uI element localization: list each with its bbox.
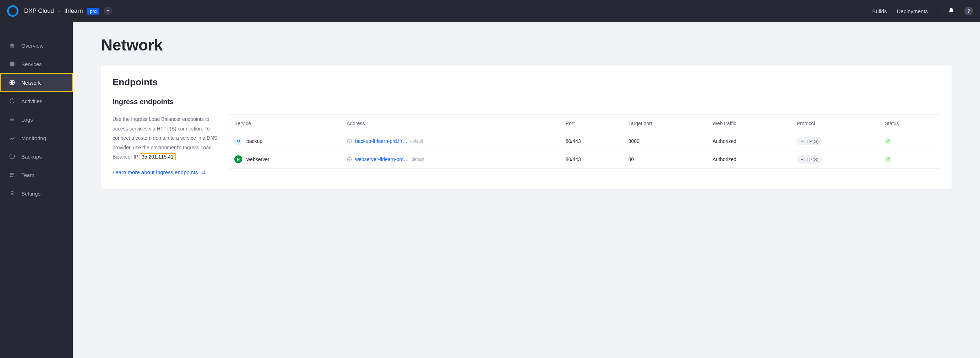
home-icon	[8, 42, 16, 49]
endpoints-table-wrap: Service Address Port Target port Web tra…	[229, 115, 940, 168]
endpoints-card: Endpoints Ingress endpoints Use the Ingr…	[101, 66, 951, 189]
endpoints-description: Use the Ingress Load Balancer endpoints …	[113, 115, 219, 177]
chevron-down-icon	[106, 9, 110, 13]
sidebar-item-label: Settings	[21, 190, 40, 197]
target-port-cell: 80	[624, 150, 708, 168]
address-link[interactable]: webserver-lfrlearn-prd…	[355, 157, 409, 162]
learn-more-label: Learn more about ingress endpoints	[113, 168, 198, 178]
sidebar-item-monitoring[interactable]: Monitoring	[0, 129, 73, 147]
target-port-cell: 3000	[624, 132, 708, 150]
history-icon	[8, 97, 16, 104]
sidebar-item-label: Overview	[21, 43, 44, 49]
sidebar-item-logs[interactable]: Logs	[0, 110, 73, 129]
backup-service-icon: ↻	[234, 137, 242, 145]
sidebar-item-activities[interactable]: Activities	[0, 92, 73, 110]
address-link[interactable]: backup-lfrlearn-prd.lfr…	[355, 138, 407, 144]
notifications-button[interactable]	[948, 8, 955, 15]
sidebar-item-overview[interactable]: Overview	[0, 36, 73, 55]
learn-more-link[interactable]: Learn more about ingress endpoints	[113, 168, 205, 178]
page-title: Network	[101, 36, 951, 54]
web-traffic-cell: Authorized	[708, 132, 792, 150]
status-ok-icon: ✓	[885, 156, 891, 163]
divider	[938, 6, 938, 16]
cube-icon	[8, 61, 16, 67]
logo	[7, 5, 19, 17]
svg-point-2	[11, 193, 13, 195]
breadcrumb: DXP Cloud › lfrlearn prd	[24, 7, 112, 15]
col-service: Service	[229, 115, 342, 132]
breadcrumb-root[interactable]: DXP Cloud	[24, 8, 54, 14]
bell-icon	[948, 8, 955, 14]
sidebar-item-label: Activities	[21, 98, 42, 104]
globe-icon	[8, 79, 16, 86]
external-link-icon	[200, 170, 205, 175]
breadcrumb-project[interactable]: lfrlearn	[64, 8, 83, 14]
port-cell: 80/443	[561, 150, 624, 168]
env-dropdown-button[interactable]	[104, 7, 112, 15]
header: DXP Cloud › lfrlearn prd Builds Deployme…	[0, 0, 980, 22]
address-tag: default	[410, 139, 423, 144]
ingress-ip: 35.201.115.41	[140, 153, 176, 160]
svg-point-1	[10, 173, 13, 175]
main-content: Network Endpoints Ingress endpoints Use …	[73, 22, 980, 358]
service-name: webserver	[247, 157, 269, 162]
table-row: ↻backupbackup-lfrlearn-prd.lfr…default80…	[229, 132, 940, 150]
sidebar-item-label: Backups	[21, 153, 42, 160]
col-target-port: Target port	[624, 115, 708, 132]
sidebar-item-services[interactable]: Services	[0, 55, 73, 73]
nginx-icon: N	[234, 155, 242, 163]
protocol-badge: HTTP(S)	[797, 137, 822, 145]
col-port: Port	[561, 115, 624, 132]
protocol-badge: HTTP(S)	[797, 155, 822, 163]
port-cell: 80/443	[561, 132, 624, 150]
endpoints-heading: Endpoints	[113, 77, 940, 88]
nav-builds[interactable]: Builds	[872, 8, 887, 14]
globe-icon	[347, 138, 352, 144]
sidebar-item-label: Network	[21, 80, 41, 86]
sidebar-item-backups[interactable]: Backups	[0, 147, 73, 166]
sidebar-item-team[interactable]: Team	[0, 166, 73, 184]
chart-icon	[8, 134, 16, 142]
table-header-row: Service Address Port Target port Web tra…	[229, 115, 940, 132]
env-badge: prd	[87, 8, 99, 14]
nav-deployments[interactable]: Deployments	[897, 8, 928, 14]
list-icon	[8, 116, 16, 123]
sidebar: Overview Services Network Activities Log…	[0, 22, 73, 358]
backup-icon	[8, 153, 16, 160]
help-button[interactable]: ?	[964, 7, 973, 15]
service-name: backup	[247, 138, 262, 144]
table-row: Nwebserverwebserver-lfrlearn-prd…default…	[229, 150, 940, 168]
gear-icon	[8, 190, 16, 197]
sidebar-item-label: Monitoring	[21, 135, 46, 141]
sidebar-item-settings[interactable]: Settings	[0, 184, 73, 203]
col-web-traffic: Web traffic	[708, 115, 792, 132]
sidebar-item-network[interactable]: Network	[0, 73, 73, 92]
chevron-right-icon: ›	[58, 8, 60, 14]
users-icon	[8, 171, 16, 179]
globe-icon	[347, 157, 352, 162]
status-ok-icon: ✓	[885, 138, 891, 144]
col-protocol: Protocol	[792, 115, 880, 132]
sidebar-item-label: Logs	[21, 117, 33, 123]
endpoints-table: Service Address Port Target port Web tra…	[229, 115, 940, 168]
col-address: Address	[342, 115, 561, 132]
question-icon: ?	[967, 8, 970, 14]
sidebar-item-label: Services	[21, 61, 42, 67]
web-traffic-cell: Authorized	[708, 150, 792, 168]
address-tag: default	[412, 157, 424, 162]
col-status: Status	[880, 115, 940, 132]
ingress-subheading: Ingress endpoints	[113, 98, 940, 106]
sidebar-item-label: Team	[21, 172, 35, 178]
